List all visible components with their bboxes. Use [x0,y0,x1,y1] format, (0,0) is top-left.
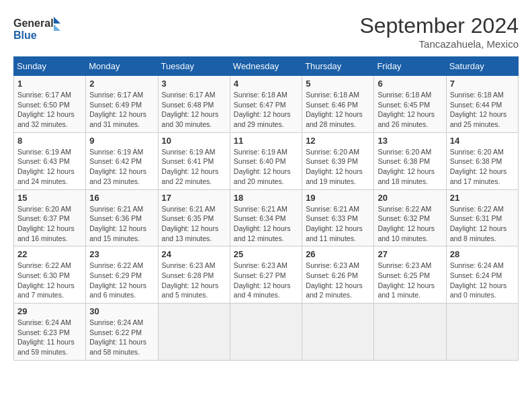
day-number: 16 [89,193,154,203]
calendar-day-cell: 13 Sunrise: 6:20 AM Sunset: 6:38 PM Dayl… [374,132,446,189]
day-info: Sunrise: 6:20 AM Sunset: 6:38 PM Dayligh… [450,147,515,187]
day-number: 15 [17,193,82,203]
calendar-day-cell: 8 Sunrise: 6:19 AM Sunset: 6:43 PM Dayli… [14,132,86,189]
calendar-day-cell: 1 Sunrise: 6:17 AM Sunset: 6:50 PM Dayli… [14,76,86,133]
day-info: Sunrise: 6:24 AM Sunset: 6:23 PM Dayligh… [17,318,82,357]
day-number: 2 [89,79,154,89]
day-info: Sunrise: 6:23 AM Sunset: 6:26 PM Dayligh… [306,261,370,300]
logo-svg: General Blue [13,13,60,44]
calendar-day-cell [230,304,302,361]
day-number: 9 [89,136,154,146]
calendar-day-cell: 19 Sunrise: 6:21 AM Sunset: 6:33 PM Dayl… [302,189,374,246]
day-info: Sunrise: 6:19 AM Sunset: 6:41 PM Dayligh… [162,147,226,187]
day-number: 24 [162,249,226,259]
day-info: Sunrise: 6:18 AM Sunset: 6:44 PM Dayligh… [450,90,515,130]
title-area: September 2024 Tancazahuela, Mexico [359,13,519,50]
day-number: 22 [17,249,82,259]
day-number: 14 [450,136,515,146]
day-info: Sunrise: 6:18 AM Sunset: 6:47 PM Dayligh… [234,90,298,130]
day-number: 8 [17,136,82,146]
month-title: September 2024 [359,13,519,38]
day-number: 20 [378,193,442,203]
calendar-day-cell [302,304,374,361]
day-info: Sunrise: 6:23 AM Sunset: 6:27 PM Dayligh… [234,261,298,300]
day-info: Sunrise: 6:21 AM Sunset: 6:35 PM Dayligh… [162,204,226,244]
calendar-day-cell: 21 Sunrise: 6:22 AM Sunset: 6:31 PM Dayl… [446,189,518,246]
calendar-day-cell: 2 Sunrise: 6:17 AM Sunset: 6:49 PM Dayli… [86,76,158,133]
calendar-day-cell: 28 Sunrise: 6:24 AM Sunset: 6:24 PM Dayl… [446,246,518,304]
day-number: 1 [17,79,82,89]
day-number: 11 [234,136,298,146]
day-info: Sunrise: 6:23 AM Sunset: 6:25 PM Dayligh… [378,261,442,300]
col-saturday: Saturday [446,57,518,76]
calendar-day-cell: 27 Sunrise: 6:23 AM Sunset: 6:25 PM Dayl… [374,246,446,304]
col-sunday: Sunday [14,57,86,76]
day-number: 28 [450,249,515,259]
day-info: Sunrise: 6:23 AM Sunset: 6:28 PM Dayligh… [162,261,226,300]
calendar-table: Sunday Monday Tuesday Wednesday Thursday… [13,56,519,361]
calendar-week-row: 8 Sunrise: 6:19 AM Sunset: 6:43 PM Dayli… [14,132,519,189]
day-info: Sunrise: 6:18 AM Sunset: 6:46 PM Dayligh… [306,90,370,130]
calendar-day-cell: 16 Sunrise: 6:21 AM Sunset: 6:36 PM Dayl… [86,189,158,246]
day-number: 25 [234,249,298,259]
calendar-day-cell: 7 Sunrise: 6:18 AM Sunset: 6:44 PM Dayli… [446,76,518,133]
calendar-day-cell: 24 Sunrise: 6:23 AM Sunset: 6:28 PM Dayl… [158,246,230,304]
location-subtitle: Tancazahuela, Mexico [359,38,519,50]
day-number: 10 [162,136,226,146]
day-info: Sunrise: 6:17 AM Sunset: 6:49 PM Dayligh… [89,90,154,130]
day-number: 17 [162,193,226,203]
calendar-day-cell [374,304,446,361]
calendar-day-cell: 29 Sunrise: 6:24 AM Sunset: 6:23 PM Dayl… [14,304,86,361]
day-info: Sunrise: 6:21 AM Sunset: 6:34 PM Dayligh… [234,204,298,244]
calendar-day-cell: 10 Sunrise: 6:19 AM Sunset: 6:41 PM Dayl… [158,132,230,189]
col-monday: Monday [86,57,158,76]
calendar-day-cell: 17 Sunrise: 6:21 AM Sunset: 6:35 PM Dayl… [158,189,230,246]
svg-marker-3 [54,24,60,31]
day-info: Sunrise: 6:21 AM Sunset: 6:33 PM Dayligh… [306,204,370,244]
calendar-day-cell: 15 Sunrise: 6:20 AM Sunset: 6:37 PM Dayl… [14,189,86,246]
day-number: 18 [234,193,298,203]
day-number: 19 [306,193,370,203]
calendar-day-cell: 4 Sunrise: 6:18 AM Sunset: 6:47 PM Dayli… [230,76,302,133]
calendar-week-row: 1 Sunrise: 6:17 AM Sunset: 6:50 PM Dayli… [14,76,519,133]
col-tuesday: Tuesday [158,57,230,76]
day-number: 12 [306,136,370,146]
day-number: 30 [89,306,154,316]
svg-marker-2 [54,17,60,24]
day-number: 26 [306,249,370,259]
day-number: 27 [378,249,442,259]
col-friday: Friday [374,57,446,76]
calendar-header: Sunday Monday Tuesday Wednesday Thursday… [14,57,519,76]
calendar-week-row: 29 Sunrise: 6:24 AM Sunset: 6:23 PM Dayl… [14,304,519,361]
logo: General Blue [13,13,60,44]
calendar-day-cell: 30 Sunrise: 6:24 AM Sunset: 6:22 PM Dayl… [86,304,158,361]
day-info: Sunrise: 6:17 AM Sunset: 6:50 PM Dayligh… [17,90,82,130]
day-number: 21 [450,193,515,203]
calendar-day-cell: 9 Sunrise: 6:19 AM Sunset: 6:42 PM Dayli… [86,132,158,189]
day-info: Sunrise: 6:24 AM Sunset: 6:24 PM Dayligh… [450,261,515,300]
day-number: 3 [162,79,226,89]
day-info: Sunrise: 6:24 AM Sunset: 6:22 PM Dayligh… [89,318,154,357]
day-info: Sunrise: 6:19 AM Sunset: 6:40 PM Dayligh… [234,147,298,187]
svg-text:Blue: Blue [13,30,37,41]
day-number: 13 [378,136,442,146]
day-info: Sunrise: 6:20 AM Sunset: 6:37 PM Dayligh… [17,204,82,244]
day-info: Sunrise: 6:22 AM Sunset: 6:29 PM Dayligh… [89,261,154,300]
calendar-day-cell: 14 Sunrise: 6:20 AM Sunset: 6:38 PM Dayl… [446,132,518,189]
calendar-day-cell [446,304,518,361]
header-row: Sunday Monday Tuesday Wednesday Thursday… [14,57,519,76]
calendar-day-cell: 20 Sunrise: 6:22 AM Sunset: 6:32 PM Dayl… [374,189,446,246]
calendar-week-row: 15 Sunrise: 6:20 AM Sunset: 6:37 PM Dayl… [14,189,519,246]
day-info: Sunrise: 6:20 AM Sunset: 6:38 PM Dayligh… [378,147,442,187]
calendar-day-cell: 26 Sunrise: 6:23 AM Sunset: 6:26 PM Dayl… [302,246,374,304]
calendar-week-row: 22 Sunrise: 6:22 AM Sunset: 6:30 PM Dayl… [14,246,519,304]
day-info: Sunrise: 6:21 AM Sunset: 6:36 PM Dayligh… [89,204,154,244]
day-number: 4 [234,79,298,89]
day-info: Sunrise: 6:19 AM Sunset: 6:42 PM Dayligh… [89,147,154,187]
calendar-day-cell: 6 Sunrise: 6:18 AM Sunset: 6:45 PM Dayli… [374,76,446,133]
svg-text:General: General [13,17,54,29]
day-number: 6 [378,79,442,89]
calendar-day-cell: 22 Sunrise: 6:22 AM Sunset: 6:30 PM Dayl… [14,246,86,304]
day-number: 29 [17,306,82,316]
day-info: Sunrise: 6:18 AM Sunset: 6:45 PM Dayligh… [378,90,442,130]
